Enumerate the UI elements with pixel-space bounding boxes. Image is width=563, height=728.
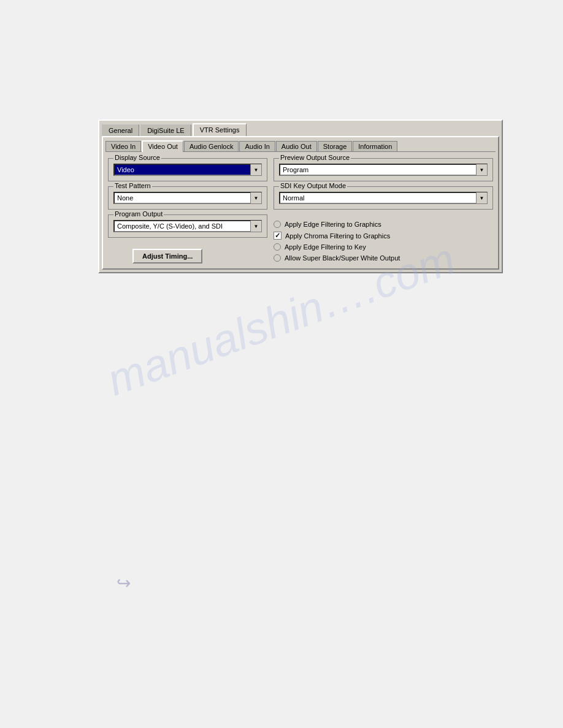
- program-output-arrow[interactable]: [250, 221, 261, 232]
- option-edge-filtering-graphics[interactable]: Apply Edge Filtering to Graphics: [274, 221, 493, 228]
- sdi-key-select-wrapper[interactable]: Normal Key Off: [279, 192, 488, 204]
- options-area: Apply Edge Filtering to Graphics Apply C…: [274, 221, 493, 262]
- display-source-select-wrapper[interactable]: Video Graphics YC: [113, 164, 262, 176]
- test-pattern-group: Test Pattern None Color Bars Crosshatch: [108, 186, 267, 210]
- tab-video-in[interactable]: Video In: [105, 141, 141, 151]
- program-output-label: Program Output: [113, 210, 164, 218]
- radio-edge-filtering-key[interactable]: [274, 243, 281, 251]
- preview-output-arrow[interactable]: [476, 164, 487, 175]
- radio-edge-filtering-graphics[interactable]: [274, 221, 281, 228]
- option-edge-filtering-graphics-label: Apply Edge Filtering to Graphics: [285, 221, 381, 228]
- program-output-select[interactable]: Composite, Y/C (S-Video), and SDI SDI On…: [113, 220, 262, 232]
- tab-video-out[interactable]: Video Out: [142, 140, 183, 152]
- display-source-group: Display Source Video Graphics YC: [108, 158, 267, 181]
- option-chroma-filtering-graphics[interactable]: Apply Chroma Filtering to Graphics: [274, 232, 493, 240]
- tab-general[interactable]: General: [102, 124, 139, 136]
- content-area: Display Source Video Graphics YC: [105, 156, 496, 266]
- display-source-arrow[interactable]: [250, 164, 261, 175]
- sdi-key-output-mode-group: SDI Key Output Mode Normal Key Off: [274, 186, 493, 210]
- tab-audio-genlock[interactable]: Audio Genlock: [184, 141, 239, 151]
- tab-vtr-settings[interactable]: VTR Settings: [193, 123, 247, 136]
- preview-output-select[interactable]: Program Preview Off: [279, 164, 488, 176]
- sdi-key-select[interactable]: Normal Key Off: [279, 192, 488, 204]
- tab-digisuite-le[interactable]: DigiSuite LE: [140, 124, 191, 136]
- preview-output-source-label: Preview Output Source: [279, 154, 351, 161]
- test-pattern-select[interactable]: None Color Bars Crosshatch: [113, 192, 262, 204]
- preview-output-source-group: Preview Output Source Program Preview Of…: [274, 158, 493, 181]
- option-edge-filtering-key-label: Apply Edge Filtering to Key: [285, 243, 366, 251]
- tab-information[interactable]: Information: [353, 141, 397, 151]
- settings-dialog: General DigiSuite LE VTR Settings Video …: [98, 119, 503, 273]
- right-column: Preview Output Source Program Preview Of…: [274, 158, 493, 264]
- option-super-black-white-label: Allow Super Black/Super White Output: [285, 254, 400, 262]
- option-edge-filtering-key[interactable]: Apply Edge Filtering to Key: [274, 243, 493, 251]
- option-chroma-filtering-graphics-label: Apply Chroma Filtering to Graphics: [285, 232, 390, 240]
- option-super-black-white[interactable]: Allow Super Black/Super White Output: [274, 254, 493, 262]
- test-pattern-select-wrapper[interactable]: None Color Bars Crosshatch: [113, 192, 262, 204]
- adjust-timing-button[interactable]: Adjust Timing...: [132, 249, 202, 264]
- preview-output-select-wrapper[interactable]: Program Preview Off: [279, 164, 488, 176]
- sdi-key-arrow[interactable]: [476, 192, 487, 203]
- main-panel: Video In Video Out Audio Genlock Audio I…: [102, 136, 499, 270]
- tab-storage[interactable]: Storage: [318, 141, 353, 151]
- tab-audio-in[interactable]: Audio In: [239, 141, 275, 151]
- checkbox-chroma-filtering-graphics[interactable]: [274, 232, 282, 240]
- radio-super-black-white[interactable]: [274, 254, 281, 262]
- inner-tab-bar: Video In Video Out Audio Genlock Audio I…: [105, 140, 496, 152]
- sdi-key-output-mode-label: SDI Key Output Mode: [279, 182, 347, 189]
- left-column: Display Source Video Graphics YC: [108, 158, 267, 264]
- tab-audio-out[interactable]: Audio Out: [276, 141, 317, 151]
- outer-tab-bar: General DigiSuite LE VTR Settings: [99, 121, 502, 136]
- display-source-label: Display Source: [113, 154, 161, 161]
- share-icon: ↪: [117, 573, 131, 593]
- test-pattern-label: Test Pattern: [113, 182, 152, 189]
- test-pattern-arrow[interactable]: [250, 192, 261, 203]
- program-output-group: Program Output Composite, Y/C (S-Video),…: [108, 214, 267, 238]
- display-source-select[interactable]: Video Graphics YC: [113, 164, 262, 176]
- program-output-select-wrapper[interactable]: Composite, Y/C (S-Video), and SDI SDI On…: [113, 220, 262, 232]
